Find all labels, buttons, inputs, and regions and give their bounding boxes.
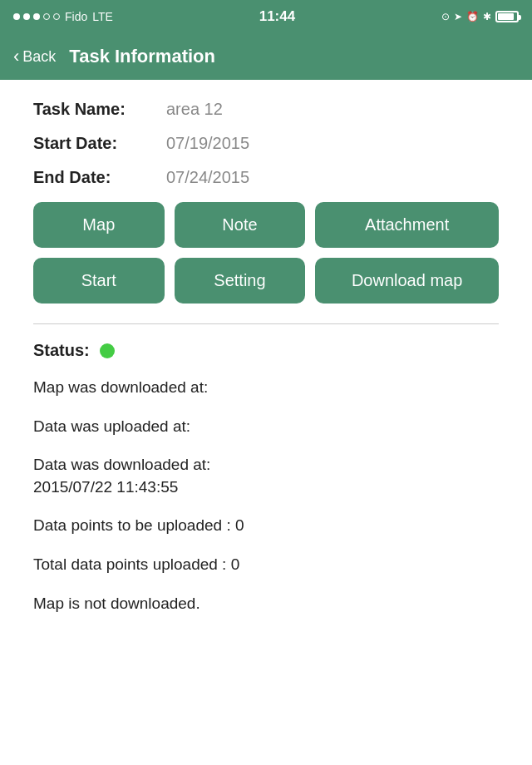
main-content: Task Name: area 12 Start Date: 07/19/201… <box>0 80 532 651</box>
task-name-label: Task Name: <box>33 100 166 119</box>
status-bar-right: ⊙ ➤ ⏰ ✱ <box>441 11 519 22</box>
data-downloaded-text: Data was downloaded at: 2015/07/22 11:43… <box>33 454 499 498</box>
map-downloaded-text: Map was downloaded at: <box>33 377 499 399</box>
end-date-row: End Date: 07/24/2015 <box>33 168 499 187</box>
setting-button[interactable]: Setting <box>175 258 306 304</box>
map-button[interactable]: Map <box>33 202 165 248</box>
end-date-value: 07/24/2015 <box>166 168 249 187</box>
nav-bar: ‹ Back Task Information <box>0 33 532 80</box>
dot-5 <box>53 13 60 20</box>
start-date-value: 07/19/2015 <box>166 134 249 153</box>
time-label: 11:44 <box>259 8 295 25</box>
task-name-row: Task Name: area 12 <box>33 100 499 119</box>
data-downloaded-time: 2015/07/22 11:43:55 <box>33 478 178 496</box>
page-title: Task Information <box>69 46 215 67</box>
start-button[interactable]: Start <box>33 258 165 304</box>
start-date-row: Start Date: 07/19/2015 <box>33 134 499 153</box>
status-row: Status: <box>33 341 499 360</box>
carrier-label: Fido <box>65 10 87 23</box>
back-label: Back <box>22 48 56 66</box>
back-button[interactable]: ‹ Back <box>13 47 56 66</box>
status-label: Status: <box>33 341 90 360</box>
divider <box>33 323 499 324</box>
dot-1 <box>13 13 20 20</box>
network-label: LTE <box>92 10 113 23</box>
data-downloaded-label: Data was downloaded at: <box>33 456 210 473</box>
location-icon: ➤ <box>454 11 462 22</box>
data-uploaded-text: Data was uploaded at: <box>33 416 499 438</box>
back-chevron-icon: ‹ <box>13 47 19 66</box>
end-date-label: End Date: <box>33 168 166 187</box>
attachment-button[interactable]: Attachment <box>315 202 499 248</box>
dot-4 <box>43 13 50 20</box>
download-map-button[interactable]: Download map <box>315 258 499 304</box>
battery-level <box>498 13 514 20</box>
start-date-label: Start Date: <box>33 134 166 153</box>
data-points-upload-text: Data points to be uploaded : 0 <box>33 515 499 537</box>
status-bar-left: Fido LTE <box>13 10 113 23</box>
map-status-text: Map is not downloaded. <box>33 593 499 615</box>
battery-icon <box>495 11 519 22</box>
bluetooth-icon: ✱ <box>483 11 491 22</box>
action-buttons: Map Note Attachment Start Setting Downlo… <box>33 202 499 304</box>
signal-dots <box>13 13 60 20</box>
task-name-value: area 12 <box>166 100 223 119</box>
status-indicator <box>100 343 115 358</box>
dot-3 <box>33 13 40 20</box>
total-data-points-text: Total data points uploaded : 0 <box>33 554 499 576</box>
note-button[interactable]: Note <box>175 202 306 248</box>
dot-2 <box>23 13 30 20</box>
alarm-icon: ⏰ <box>466 11 479 22</box>
lock-icon: ⊙ <box>441 11 450 22</box>
status-bar: Fido LTE 11:44 ⊙ ➤ ⏰ ✱ <box>0 0 532 33</box>
